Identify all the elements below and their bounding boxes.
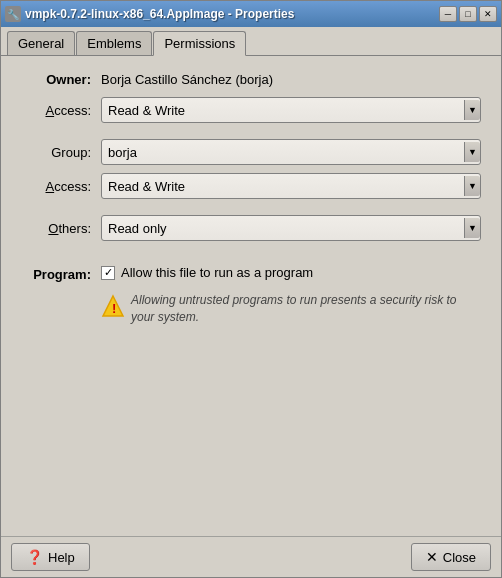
- others-arrow: ▼: [464, 218, 480, 238]
- separator3: [21, 249, 481, 257]
- others-select[interactable]: Read only ▼: [101, 215, 481, 241]
- help-icon: ❓: [26, 549, 43, 565]
- group-access-select[interactable]: Read & Write ▼: [101, 173, 481, 199]
- group-access-value: Read & Write: [108, 179, 185, 194]
- execute-checkbox[interactable]: [101, 266, 115, 280]
- checkbox-row: Allow this file to run as a program: [101, 265, 481, 280]
- group-control: borja ▼: [101, 139, 481, 165]
- help-label: Help: [48, 550, 75, 565]
- owner-label: Owner:: [21, 72, 101, 87]
- program-row: Program: Allow this file to run as a pro…: [21, 265, 481, 330]
- group-label: Group:: [21, 145, 101, 160]
- window: 🔧 vmpk-0.7.2-linux-x86_64.AppImage - Pro…: [0, 0, 502, 578]
- others-control: Read only ▼: [101, 215, 481, 241]
- titlebar: 🔧 vmpk-0.7.2-linux-x86_64.AppImage - Pro…: [1, 1, 501, 27]
- minimize-button[interactable]: ─: [439, 6, 457, 22]
- others-label: Others:: [21, 221, 101, 236]
- group-value: borja: [108, 145, 137, 160]
- group-access-arrow: ▼: [464, 176, 480, 196]
- owner-access-row: Access: Read & Write ▼: [21, 97, 481, 123]
- tab-general[interactable]: General: [7, 31, 75, 55]
- group-access-control: Read & Write ▼: [101, 173, 481, 199]
- help-button[interactable]: ❓ Help: [11, 543, 90, 571]
- tab-permissions[interactable]: Permissions: [153, 31, 246, 56]
- owner-value: Borja Castillo Sánchez (borja): [101, 72, 273, 87]
- permissions-content: Owner: Borja Castillo Sánchez (borja) Ac…: [1, 56, 501, 536]
- warning-text: Allowing untrusted programs to run prese…: [131, 292, 481, 326]
- warning-box: ! Allowing untrusted programs to run pre…: [101, 288, 481, 330]
- separator1: [21, 131, 481, 139]
- owner-row: Owner: Borja Castillo Sánchez (borja): [21, 72, 481, 87]
- owner-access-value: Read & Write: [108, 103, 185, 118]
- close-window-button[interactable]: ✕: [479, 6, 497, 22]
- group-row: Group: borja ▼: [21, 139, 481, 165]
- owner-access-arrow: ▼: [464, 100, 480, 120]
- group-arrow: ▼: [464, 142, 480, 162]
- program-content: Allow this file to run as a program ! Al…: [101, 265, 481, 330]
- app-icon: 🔧: [5, 6, 21, 22]
- others-row: Others: Read only ▼: [21, 215, 481, 241]
- tab-emblems[interactable]: Emblems: [76, 31, 152, 55]
- titlebar-buttons: ─ □ ✕: [439, 6, 497, 22]
- titlebar-left: 🔧 vmpk-0.7.2-linux-x86_64.AppImage - Pro…: [5, 6, 294, 22]
- owner-access-select[interactable]: Read & Write ▼: [101, 97, 481, 123]
- owner-access-control: Read & Write ▼: [101, 97, 481, 123]
- execute-checkbox-label: Allow this file to run as a program: [121, 265, 313, 280]
- group-access-row: Access: Read & Write ▼: [21, 173, 481, 199]
- maximize-button[interactable]: □: [459, 6, 477, 22]
- svg-text:!: !: [112, 301, 116, 316]
- owner-access-label: Access:: [21, 103, 101, 118]
- group-select[interactable]: borja ▼: [101, 139, 481, 165]
- group-access-label: Access:: [21, 179, 101, 194]
- close-button[interactable]: ✕ Close: [411, 543, 491, 571]
- warning-icon: !: [101, 294, 125, 318]
- bottom-bar: ❓ Help ✕ Close: [1, 536, 501, 577]
- tabs-divider: [1, 55, 501, 56]
- others-value: Read only: [108, 221, 167, 236]
- separator2: [21, 207, 481, 215]
- window-title: vmpk-0.7.2-linux-x86_64.AppImage - Prope…: [25, 7, 294, 21]
- program-label: Program:: [21, 267, 101, 282]
- tabs-container: General Emblems Permissions: [1, 27, 501, 56]
- close-label: Close: [443, 550, 476, 565]
- tabs-bar: General Emblems Permissions: [1, 27, 501, 55]
- close-icon: ✕: [426, 549, 438, 565]
